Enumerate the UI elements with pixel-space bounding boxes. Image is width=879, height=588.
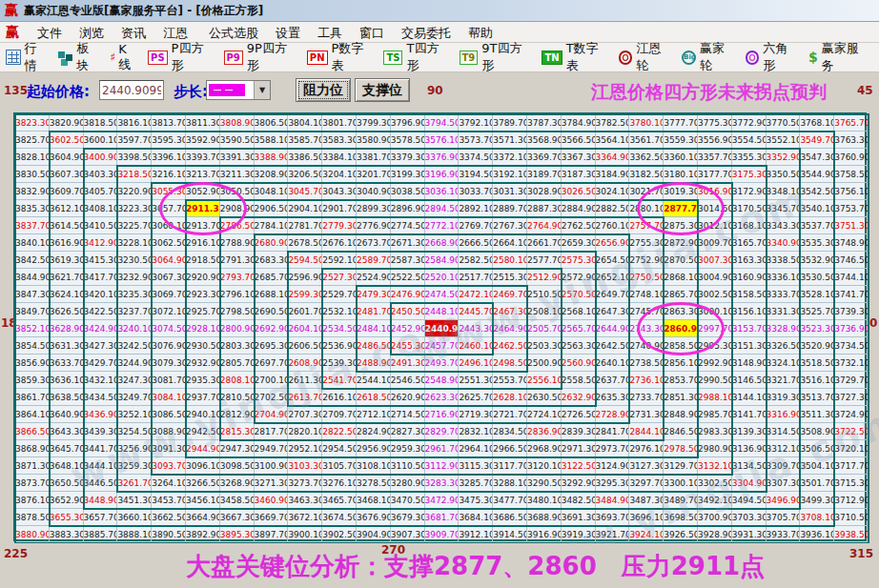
support-button[interactable]: 支撑位 xyxy=(355,78,410,102)
price-cell: 3362.50 xyxy=(629,149,664,166)
menu-item-2[interactable]: 浏览 xyxy=(71,24,112,42)
price-cell: 2776.90 xyxy=(357,217,391,234)
menu-logo-icon: 赢 xyxy=(6,24,19,41)
price-cell: 3134.50 xyxy=(732,457,767,475)
price-cell: 2865.70 xyxy=(664,286,698,303)
price-cell: 3273.70 xyxy=(288,475,322,492)
price-cell: 3856.90 xyxy=(15,355,50,372)
price-cell: 3864.10 xyxy=(15,406,50,423)
price-cell: 2611.30 xyxy=(288,372,322,389)
price-cell: 2563.30 xyxy=(562,337,596,355)
price-cell: 3830.50 xyxy=(15,166,50,183)
toolbar-button-六角形[interactable]: 六角形 xyxy=(746,40,799,74)
price-cell: 3170.50 xyxy=(732,200,767,217)
price-cell: 3081.70 xyxy=(152,372,186,389)
price-cell: 3168.10 xyxy=(732,217,767,234)
price-cell: 3292.90 xyxy=(562,475,596,492)
toolbar-label: 赢家服务 xyxy=(822,40,869,74)
toolbar-button-T数字表[interactable]: TNT数字表 xyxy=(542,40,608,74)
price-cell: 3724.90 xyxy=(834,406,869,423)
toolbar-button-板块[interactable]: 板块 xyxy=(58,40,101,74)
menu-item-4[interactable]: 江恩 xyxy=(154,24,196,42)
price-cell: 2642.50 xyxy=(596,337,630,355)
price-cell: 3357.70 xyxy=(698,149,732,166)
price-cell: 3482.50 xyxy=(562,492,596,509)
price-cell: 2774.50 xyxy=(391,217,425,234)
menu-item-9[interactable]: 交易委托 xyxy=(393,24,460,42)
price-cell: 3868.90 xyxy=(15,440,50,457)
menu-item-6[interactable]: 设置 xyxy=(267,24,309,42)
price-cell: 3902.50 xyxy=(322,526,357,543)
price-cell: 3194.50 xyxy=(459,166,493,183)
price-cell: 3511.30 xyxy=(800,406,834,423)
toolbar-button-T四方形[interactable]: TST四方形 xyxy=(383,40,449,74)
price-cell: 3420.10 xyxy=(84,286,118,303)
price-cell: 2462.50 xyxy=(493,337,527,355)
toolbar-button-江恩轮[interactable]: 江恩轮 xyxy=(619,40,672,74)
price-cell: 3163.30 xyxy=(732,252,767,269)
menu-item-3[interactable]: 资讯 xyxy=(112,24,154,42)
price-cell: 3880.90 xyxy=(15,526,50,543)
price-cell: 3153.70 xyxy=(732,320,767,337)
toolbar-button-行情[interactable]: 行情 xyxy=(6,40,49,74)
chevron-down-icon[interactable]: ▼ xyxy=(254,81,270,99)
toolbar-button-赢家服务[interactable]: $赢家服务 xyxy=(808,40,869,74)
price-cell: 3024.10 xyxy=(596,183,630,200)
price-cell: 3710.50 xyxy=(834,509,869,526)
menu-item-10[interactable]: 帮助 xyxy=(460,24,501,42)
price-cell: 3189.70 xyxy=(527,166,562,183)
price-cell: 2714.50 xyxy=(391,406,425,423)
price-cell: 2764.90 xyxy=(527,217,562,234)
price-cell: 3355.30 xyxy=(732,149,767,166)
resistance-button[interactable]: 阻力位 xyxy=(296,78,351,102)
price-cell: 3504.10 xyxy=(800,457,834,475)
menu-item-1[interactable]: 文件 xyxy=(29,24,71,42)
price-cell: 3244.90 xyxy=(117,355,152,372)
price-cell: 2942.50 xyxy=(186,423,220,440)
price-cell: 3588.10 xyxy=(255,132,289,149)
price-cell: 3144.10 xyxy=(732,389,767,406)
axis-label-225: 225 xyxy=(4,547,28,560)
price-cell: 3307.30 xyxy=(767,475,801,492)
menu-item-7[interactable]: 工具 xyxy=(309,24,351,42)
toolbar-button-P数字表[interactable]: PNP数字表 xyxy=(307,40,375,74)
axis-label-90: 90 xyxy=(427,84,443,97)
price-cell: 3542.50 xyxy=(800,183,834,200)
price-cell: 3912.10 xyxy=(459,526,493,543)
price-cell: 2546.50 xyxy=(391,372,425,389)
toolbar-button-K线[interactable]: ♯K线 xyxy=(111,42,139,73)
price-cell: 3580.90 xyxy=(357,132,391,149)
price-cell: 2856.10 xyxy=(664,355,698,372)
price-cell: 3494.50 xyxy=(732,492,767,509)
price-cell: 2892.10 xyxy=(459,200,493,217)
step-select[interactable]: ▼ xyxy=(206,80,271,100)
price-cell: 2762.50 xyxy=(562,217,596,234)
price-cell: 3847.30 xyxy=(15,286,50,303)
menu-item-8[interactable]: 窗口 xyxy=(351,24,393,42)
price-cell: 2853.70 xyxy=(664,372,698,389)
price-cell: 3693.70 xyxy=(596,509,630,526)
price-cell: 3904.90 xyxy=(357,526,391,543)
price-cell: 2443.30 xyxy=(459,320,493,337)
price-cell: 3631.30 xyxy=(50,337,84,355)
price-cell: 3717.70 xyxy=(834,457,869,475)
price-cell: 3662.50 xyxy=(152,509,186,526)
price-cell: 2498.50 xyxy=(493,355,527,372)
price-cell: 3496.90 xyxy=(767,492,801,509)
price-cell: 3477.70 xyxy=(493,492,527,509)
menu-item-5[interactable]: 公式选股 xyxy=(200,24,267,42)
price-cell: 3561.70 xyxy=(629,132,664,149)
toolbar-button-P四方形[interactable]: PSP四方形 xyxy=(148,40,214,74)
price-cell: 3220.90 xyxy=(117,183,152,200)
price-cell: 3727.30 xyxy=(834,389,869,406)
price-cell: 3117.70 xyxy=(493,457,527,475)
price-cell: 3734.50 xyxy=(834,337,869,355)
toolbar-button-赢家轮[interactable]: Big赢家轮 xyxy=(682,40,735,74)
toolbar-button-9T四方形[interactable]: T99T四方形 xyxy=(460,40,533,74)
center-price-cell: 2440.9 xyxy=(425,320,460,337)
price-cell: 3640.90 xyxy=(50,406,84,423)
price-cell: 3199.30 xyxy=(391,166,425,183)
price-cell: 2628.10 xyxy=(493,389,527,406)
toolbar-button-9P四方形[interactable]: P99P四方形 xyxy=(224,40,297,74)
start-price-input[interactable] xyxy=(99,80,164,100)
